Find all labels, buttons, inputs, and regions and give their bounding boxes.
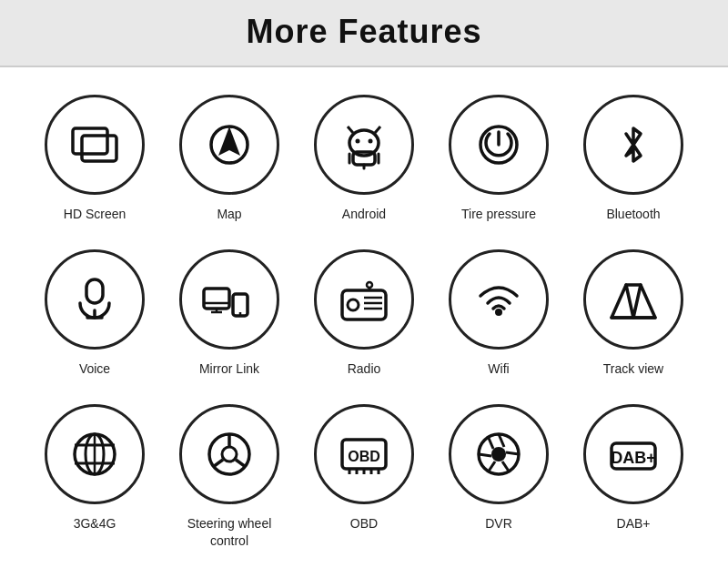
feature-item-map: Map <box>166 86 293 231</box>
icon-obd <box>335 425 393 483</box>
icon-circle-obd <box>314 404 414 504</box>
icon-track-view <box>604 270 662 329</box>
icon-map <box>200 116 258 174</box>
icon-dab <box>604 425 662 483</box>
feature-item-bluetooth: Bluetooth <box>570 86 697 231</box>
feature-row-1: VoiceMirror LinkRadioWifiTrack view <box>27 240 701 386</box>
features-grid: HD ScreenMapAndroidTire pressureBluetoot… <box>0 67 728 588</box>
feature-item-mirror-link: Mirror Link <box>166 240 293 386</box>
feature-label-voice: Voice <box>79 360 110 377</box>
feature-item-android: Android <box>300 86 428 231</box>
icon-android <box>335 116 393 174</box>
icon-circle-android <box>314 95 414 195</box>
page-title: More Features <box>0 13 728 51</box>
icon-circle-map <box>179 95 279 195</box>
feature-label-track-view: Track view <box>603 360 663 377</box>
icon-circle-dab <box>583 404 683 504</box>
feature-item-hd-screen: HD Screen <box>31 86 158 231</box>
feature-row-2: 3G&4GSteering wheel controlOBDDVRDAB+ <box>27 395 701 557</box>
icon-circle-3g4g <box>45 404 145 504</box>
icon-circle-wifi <box>449 249 549 350</box>
feature-item-wifi: Wifi <box>435 240 562 386</box>
icon-circle-hd-screen <box>45 95 145 195</box>
feature-item-dvr: DVR <box>435 395 562 541</box>
icon-circle-track-view <box>583 249 683 350</box>
feature-label-bluetooth: Bluetooth <box>606 206 660 222</box>
feature-item-voice: Voice <box>31 240 158 386</box>
icon-circle-voice <box>45 249 145 350</box>
icon-circle-mirror-link <box>179 249 279 350</box>
feature-label-obd: OBD <box>350 515 378 532</box>
feature-label-map: Map <box>217 206 241 222</box>
feature-label-android: Android <box>342 206 386 222</box>
feature-row-0: HD ScreenMapAndroidTire pressureBluetoot… <box>27 86 701 231</box>
icon-radio <box>335 270 393 329</box>
icon-voice <box>66 270 124 329</box>
feature-item-tire-pressure: Tire pressure <box>435 86 562 231</box>
icon-hd-screen <box>66 116 124 174</box>
icon-mirror-link <box>200 270 258 329</box>
feature-label-radio: Radio <box>348 360 381 377</box>
feature-item-steering-wheel: Steering wheel control <box>166 395 293 557</box>
feature-label-steering-wheel: Steering wheel control <box>187 515 272 548</box>
icon-circle-radio <box>314 249 414 350</box>
feature-item-track-view: Track view <box>570 240 697 386</box>
icon-circle-tire-pressure <box>449 95 549 195</box>
icon-steering-wheel <box>200 425 258 483</box>
feature-label-mirror-link: Mirror Link <box>199 360 259 377</box>
icon-bluetooth <box>604 116 662 174</box>
feature-label-tire-pressure: Tire pressure <box>461 206 536 222</box>
icon-3g4g <box>66 425 124 483</box>
page-header: More Features <box>0 0 728 67</box>
icon-circle-bluetooth <box>583 95 683 195</box>
feature-label-dvr: DVR <box>485 515 512 532</box>
icon-tire-pressure <box>470 116 528 174</box>
feature-label-wifi: Wifi <box>488 360 509 377</box>
feature-label-dab: DAB+ <box>617 515 651 532</box>
feature-label-3g4g: 3G&4G <box>74 515 116 532</box>
feature-item-3g4g: 3G&4G <box>31 395 158 541</box>
icon-dvr <box>470 425 528 483</box>
icon-circle-dvr <box>449 404 549 504</box>
feature-item-radio: Radio <box>300 240 428 386</box>
feature-item-dab: DAB+ <box>570 395 697 541</box>
icon-wifi <box>470 270 528 329</box>
feature-item-obd: OBD <box>300 395 428 541</box>
icon-circle-steering-wheel <box>179 404 279 504</box>
page-wrapper: More Features HD ScreenMapAndroidTire pr… <box>0 0 728 588</box>
feature-label-hd-screen: HD Screen <box>64 206 126 222</box>
